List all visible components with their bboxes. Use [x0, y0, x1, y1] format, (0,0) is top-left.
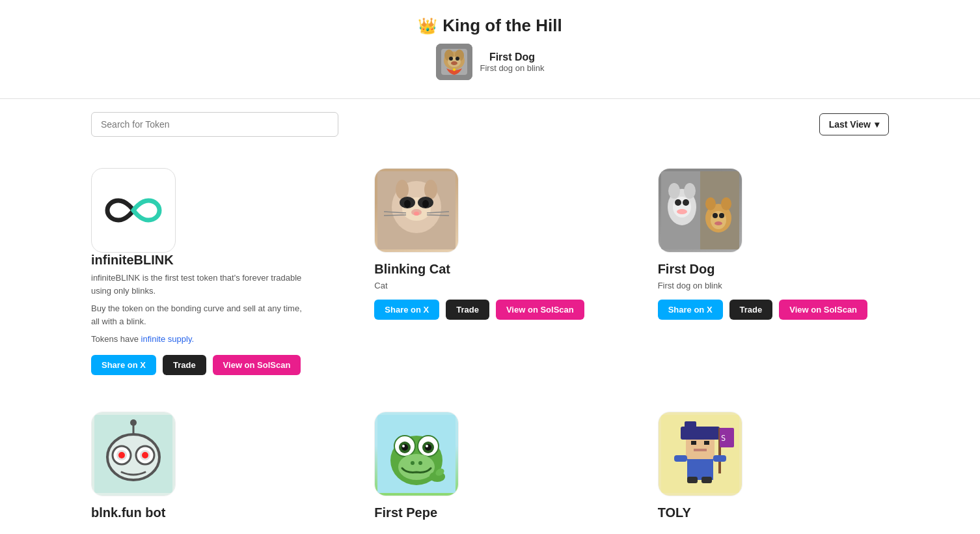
blnk-bot-image: [92, 412, 175, 496]
token-card-infiniteblink: infiniteBLINK infiniteBLINK is the first…: [65, 152, 348, 396]
token-image-blnk-bot: [91, 412, 176, 496]
title-text: King of the Hill: [442, 16, 562, 36]
crown-icon: 👑: [418, 17, 437, 35]
svg-point-51: [118, 452, 125, 458]
svg-point-18: [422, 200, 429, 208]
svg-rect-80: [713, 455, 726, 462]
solscan-button-blinking-cat[interactable]: View on SolScan: [496, 300, 584, 320]
king-avatar: [436, 44, 472, 80]
trade-button-blinking-cat[interactable]: Trade: [446, 300, 489, 320]
svg-point-59: [402, 444, 408, 451]
trade-button-infiniteblink[interactable]: Trade: [163, 355, 206, 375]
svg-point-33: [683, 199, 689, 206]
token-image-first-pepe: [374, 412, 459, 496]
svg-point-40: [719, 213, 724, 218]
svg-point-34: [677, 209, 687, 214]
svg-point-12: [396, 180, 409, 199]
share-x-button-first-dog[interactable]: Share on X: [658, 300, 723, 320]
svg-point-61: [402, 445, 405, 447]
page-header: 👑 King of the Hill First Dog: [0, 0, 980, 91]
svg-point-7: [456, 57, 459, 61]
first-dog-image: [659, 169, 742, 252]
token-image-blinking-cat: [374, 168, 459, 253]
token-grid: infiniteBLINK infiniteBLINK is the first…: [0, 152, 980, 534]
svg-rect-82: [701, 477, 712, 483]
king-description: First dog on blink: [480, 63, 545, 73]
svg-point-41: [715, 221, 722, 225]
token-card-first-pepe: First Pepe: [348, 396, 631, 535]
svg-rect-74: [704, 441, 709, 445]
token-actions-first-dog: Share on X Trade View on SolScan: [658, 300, 889, 320]
svg-point-37: [721, 197, 731, 210]
sort-label: Last View: [829, 119, 871, 130]
page-title: 👑 King of the Hill: [0, 16, 980, 36]
token-subtitle-blinking-cat: Cat: [374, 281, 605, 290]
search-input[interactable]: [91, 112, 338, 137]
svg-point-20: [414, 212, 419, 216]
token-card-blnk-bot: blnk.fun bot: [65, 396, 348, 535]
solscan-button-infiniteblink[interactable]: View on SolScan: [213, 355, 301, 375]
token-image-toly: S: [658, 412, 742, 496]
chevron-down-icon: ▾: [875, 119, 879, 130]
svg-point-29: [668, 183, 680, 199]
trade-button-first-dog[interactable]: Trade: [729, 300, 773, 320]
svg-rect-81: [687, 477, 698, 483]
svg-point-38: [711, 211, 726, 229]
svg-point-62: [426, 445, 428, 447]
token-name-blnk-bot: blnk.fun bot: [91, 505, 322, 520]
blinking-cat-image: [375, 169, 458, 252]
svg-point-6: [449, 57, 453, 61]
svg-point-8: [451, 61, 457, 65]
svg-point-32: [675, 199, 681, 206]
svg-point-60: [425, 444, 431, 451]
infiniteblink-logo-svg: [104, 194, 163, 227]
svg-line-24: [427, 215, 449, 216]
king-name: First Dog: [480, 51, 545, 63]
king-card: First Dog First dog on blink: [0, 44, 980, 80]
svg-point-17: [404, 200, 411, 208]
token-name-infiniteblink: infiniteBLINK: [91, 253, 322, 268]
svg-rect-75: [694, 449, 707, 451]
token-name-first-pepe: First Pepe: [374, 505, 605, 520]
header-divider: [0, 98, 980, 99]
share-x-button-blinking-cat[interactable]: Share on X: [374, 300, 439, 320]
svg-rect-72: [685, 421, 696, 429]
svg-point-36: [705, 197, 716, 210]
token-actions-blinking-cat: Share on X Trade View on SolScan: [374, 300, 605, 320]
svg-point-46: [130, 419, 137, 426]
controls-bar: Last View ▾: [0, 112, 980, 137]
token-image-infiniteblink: [91, 168, 176, 253]
svg-point-52: [142, 452, 148, 458]
token-name-first-dog: First Dog: [658, 262, 889, 277]
svg-point-30: [684, 183, 696, 199]
svg-point-31: [673, 197, 691, 218]
svg-point-39: [713, 213, 718, 218]
svg-text:S: S: [721, 434, 726, 443]
token-card-blinking-cat: Blinking Cat Cat Share on X Trade View o…: [348, 152, 631, 396]
token-actions-infiniteblink: Share on X Trade View on SolScan: [91, 355, 322, 375]
solscan-button-first-dog[interactable]: View on SolScan: [779, 300, 867, 320]
token-desc-infiniteblink: infiniteBLINK is the first test token th…: [91, 272, 312, 346]
token-card-toly: S TOLY: [632, 396, 915, 535]
token-name-toly: TOLY: [658, 505, 889, 520]
king-info: First Dog First dog on blink: [480, 51, 545, 73]
svg-point-9: [453, 68, 456, 71]
svg-line-22: [384, 215, 406, 216]
svg-point-64: [411, 461, 415, 465]
svg-point-63: [398, 454, 435, 480]
king-avatar-image: [436, 44, 472, 80]
svg-rect-73: [691, 441, 696, 445]
token-card-first-dog: First Dog First dog on blink Share on X …: [632, 152, 915, 396]
token-image-first-dog: [658, 168, 742, 253]
sort-dropdown[interactable]: Last View ▾: [819, 113, 889, 135]
svg-point-65: [418, 461, 422, 465]
svg-point-13: [424, 180, 437, 199]
svg-rect-79: [674, 455, 687, 462]
token-subtitle-first-dog: First dog on blink: [658, 281, 889, 290]
first-pepe-image: [375, 412, 458, 496]
token-name-blinking-cat: Blinking Cat: [374, 262, 605, 277]
share-x-button-infiniteblink[interactable]: Share on X: [91, 355, 156, 375]
toly-image: S: [659, 412, 742, 496]
